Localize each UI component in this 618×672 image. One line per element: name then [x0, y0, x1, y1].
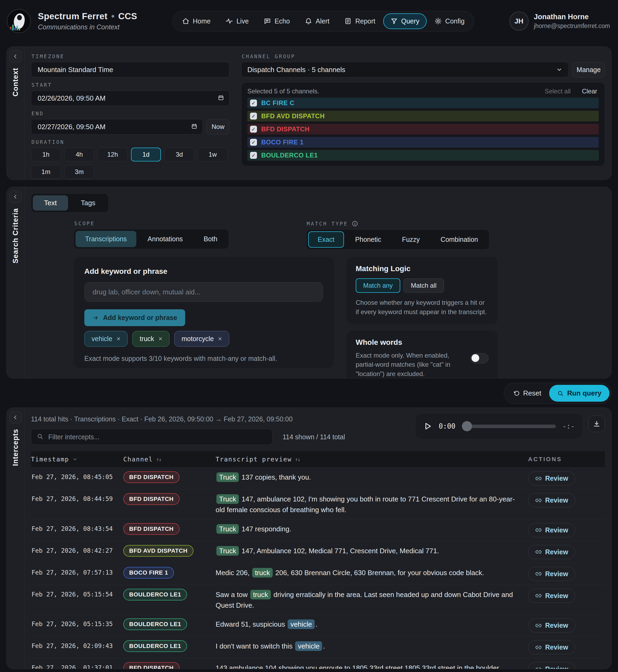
column-channel[interactable]: Channel ↑↓ [123, 456, 216, 463]
start-datetime-input[interactable] [31, 90, 229, 106]
checkbox-checked-icon[interactable]: ✓ [250, 100, 257, 106]
remove-chip-icon[interactable]: × [117, 335, 121, 342]
channel-row[interactable]: ✓ BFD DISPATCH [247, 124, 599, 134]
duration-button[interactable]: 1w [198, 148, 228, 162]
clear-button[interactable]: Clear [580, 87, 599, 95]
end-datetime-input[interactable] [31, 119, 203, 134]
logo [7, 9, 31, 33]
play-button[interactable] [423, 422, 432, 431]
scope-option[interactable]: Both [194, 231, 227, 247]
manage-button[interactable]: Manage [573, 62, 605, 77]
search-tab[interactable]: Tags [70, 195, 107, 211]
logic-option[interactable]: Match all [403, 278, 444, 293]
match-type-option[interactable]: Fuzzy [392, 231, 429, 248]
search-icon [37, 433, 43, 440]
table-row[interactable]: Feb 27, 2026, 08:44:59 BFD DISPATCH Truc… [31, 489, 605, 519]
keyword-chip[interactable]: motorcycle × [174, 331, 229, 347]
table-row[interactable]: Feb 27, 2026, 02:09:43 BOULDERCO LE1 I d… [31, 636, 605, 658]
review-button[interactable]: Review [528, 662, 575, 669]
slider-thumb[interactable] [462, 421, 472, 431]
collapse-context-button[interactable] [9, 50, 22, 63]
query-actions-bar: Reset Run query [6, 383, 612, 404]
review-button[interactable]: Review [528, 545, 575, 559]
duration-button[interactable]: 1h [31, 148, 61, 162]
nav-item[interactable]: Report [337, 13, 382, 29]
app-header: Spectrum Ferret CCS Communications in Co… [0, 0, 618, 36]
nav-item[interactable]: Home [175, 13, 218, 29]
nav-item[interactable]: Config [427, 13, 472, 29]
logic-option[interactable]: Match any [356, 278, 400, 293]
review-button[interactable]: Review [528, 471, 575, 485]
table-row[interactable]: Feb 27, 2026, 08:43:54 BFD DISPATCH Truc… [31, 519, 605, 541]
nav-item[interactable]: Query [383, 13, 427, 29]
end-label: END [31, 110, 229, 116]
table-row[interactable]: Feb 27, 2026, 01:37:01 BFD DISPATCH 143 … [31, 658, 605, 669]
keyword-input[interactable] [84, 282, 323, 302]
review-button[interactable]: Review [528, 493, 575, 507]
nav-item[interactable]: Alert [298, 13, 336, 29]
review-button[interactable]: Review [528, 567, 575, 581]
row-timestamp: Feb 27, 2026, 07:57:13 [31, 567, 123, 576]
review-button[interactable]: Review [528, 640, 575, 654]
filter-intercepts-input[interactable] [31, 429, 273, 445]
table-row[interactable]: Feb 27, 2026, 08:42:27 BFD AVD DISPATCH … [31, 541, 605, 563]
channel-name: BFD DISPATCH [261, 125, 310, 133]
add-keyword-button[interactable]: Add keyword or phrase [84, 309, 185, 326]
duration-button[interactable]: 3d [165, 148, 194, 162]
review-button[interactable]: Review [528, 618, 575, 633]
column-transcript[interactable]: Transcript preview ↑↓ [216, 456, 528, 463]
channel-row[interactable]: ✓ BFD AVD DISPATCH [247, 111, 599, 121]
match-type-option[interactable]: Exact [308, 231, 344, 248]
calendar-icon[interactable] [191, 123, 197, 129]
avatar[interactable]: JH [509, 11, 529, 31]
link-icon [535, 497, 542, 504]
keyword-chip[interactable]: vehicle × [84, 331, 127, 347]
duration-label: DURATION [31, 139, 229, 145]
nav-item[interactable]: Echo [256, 13, 297, 29]
channel-row[interactable]: ✓ BOCO FIRE 1 [247, 137, 599, 148]
remove-chip-icon[interactable]: × [159, 335, 163, 342]
collapse-search-button[interactable] [9, 191, 22, 203]
run-query-button[interactable]: Run query [549, 385, 609, 402]
intercepts-panel: Intercepts 114 total hits · Transcriptio… [6, 407, 612, 669]
search-tab[interactable]: Text [33, 195, 68, 211]
checkbox-checked-icon[interactable]: ✓ [250, 139, 257, 146]
duration-button[interactable]: 3m [64, 165, 94, 179]
review-button[interactable]: Review [528, 589, 575, 603]
duration-button[interactable]: 12h [98, 148, 127, 162]
now-button[interactable]: Now [207, 119, 229, 134]
duration-button[interactable]: 1m [31, 165, 61, 179]
channel-group-select[interactable]: Dispatch Channels · 5 channels [241, 62, 569, 77]
duration-button[interactable]: 4h [64, 148, 94, 162]
calendar-icon[interactable] [218, 94, 224, 101]
table-row[interactable]: Feb 27, 2026, 05:15:35 BOULDERCO LE1 Edw… [31, 614, 605, 636]
select-all-button[interactable]: Select all [543, 87, 572, 95]
selected-summary: Selected 5 of 5 channels. [247, 88, 319, 95]
reset-button[interactable]: Reset [506, 389, 549, 397]
timezone-input[interactable] [31, 62, 229, 77]
nav-item[interactable]: Live [218, 13, 256, 29]
column-timestamp[interactable]: Timestamp [31, 456, 123, 463]
match-type-option[interactable]: Phonetic [345, 231, 391, 248]
channel-row[interactable]: ✓ BC FIRE C [247, 98, 599, 108]
match-type-option[interactable]: Combination [431, 231, 488, 248]
keyword-chip[interactable]: truck × [132, 331, 170, 347]
scope-option[interactable]: Transcriptions [76, 231, 136, 247]
seek-slider[interactable] [462, 420, 556, 432]
channel-row[interactable]: ✓ BOULDERCO LE1 [247, 150, 599, 161]
whole-words-toggle[interactable] [471, 353, 489, 364]
scope-option[interactable]: Annotations [138, 231, 192, 247]
info-icon[interactable] [352, 220, 358, 227]
table-row[interactable]: Feb 27, 2026, 08:45:05 BFD DISPATCH Truc… [31, 467, 605, 489]
review-button[interactable]: Review [528, 523, 575, 537]
remove-chip-icon[interactable]: × [218, 335, 222, 342]
link-icon [535, 571, 542, 577]
checkbox-checked-icon[interactable]: ✓ [250, 126, 257, 133]
download-button[interactable] [588, 415, 605, 432]
collapse-intercepts-button[interactable] [9, 411, 22, 423]
checkbox-checked-icon[interactable]: ✓ [250, 152, 257, 159]
duration-button[interactable]: 1d [131, 148, 161, 162]
checkbox-checked-icon[interactable]: ✓ [250, 113, 257, 119]
table-row[interactable]: Feb 27, 2026, 05:15:54 BOULDERCO LE1 Saw… [31, 585, 605, 614]
table-row[interactable]: Feb 27, 2026, 07:57:13 BOCO FIRE 1 Medic… [31, 563, 605, 585]
